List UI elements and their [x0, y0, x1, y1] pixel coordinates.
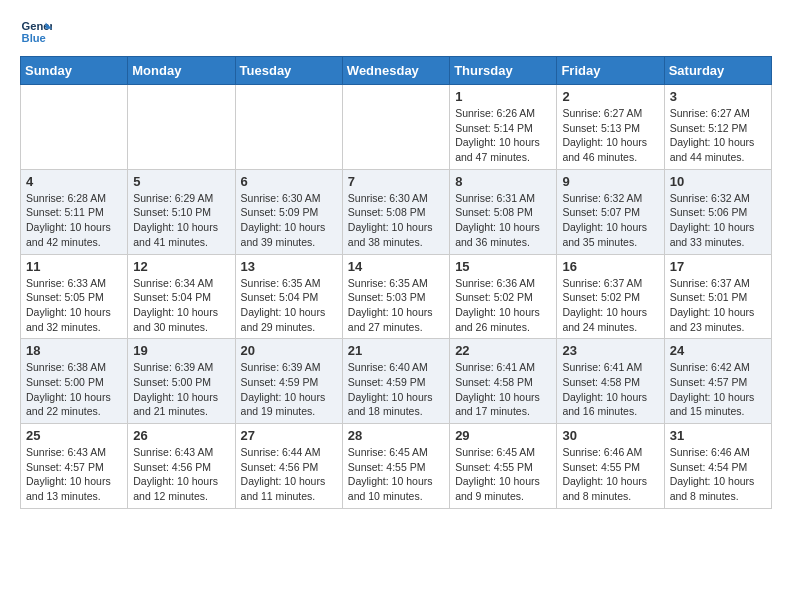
calendar-header-friday: Friday	[557, 57, 664, 85]
calendar-header-saturday: Saturday	[664, 57, 771, 85]
day-number: 25	[26, 428, 122, 443]
calendar-day: 4Sunrise: 6:28 AM Sunset: 5:11 PM Daylig…	[21, 169, 128, 254]
calendar-week-1: 1Sunrise: 6:26 AM Sunset: 5:14 PM Daylig…	[21, 85, 772, 170]
day-number: 7	[348, 174, 444, 189]
calendar-day: 23Sunrise: 6:41 AM Sunset: 4:58 PM Dayli…	[557, 339, 664, 424]
day-number: 3	[670, 89, 766, 104]
day-number: 16	[562, 259, 658, 274]
day-info: Sunrise: 6:37 AM Sunset: 5:01 PM Dayligh…	[670, 276, 766, 335]
day-info: Sunrise: 6:45 AM Sunset: 4:55 PM Dayligh…	[348, 445, 444, 504]
calendar-day	[21, 85, 128, 170]
day-number: 21	[348, 343, 444, 358]
calendar-table: SundayMondayTuesdayWednesdayThursdayFrid…	[20, 56, 772, 509]
calendar-header-wednesday: Wednesday	[342, 57, 449, 85]
calendar-day: 7Sunrise: 6:30 AM Sunset: 5:08 PM Daylig…	[342, 169, 449, 254]
calendar-day: 8Sunrise: 6:31 AM Sunset: 5:08 PM Daylig…	[450, 169, 557, 254]
day-info: Sunrise: 6:38 AM Sunset: 5:00 PM Dayligh…	[26, 360, 122, 419]
day-number: 27	[241, 428, 337, 443]
calendar-day	[342, 85, 449, 170]
calendar-day: 29Sunrise: 6:45 AM Sunset: 4:55 PM Dayli…	[450, 424, 557, 509]
day-info: Sunrise: 6:45 AM Sunset: 4:55 PM Dayligh…	[455, 445, 551, 504]
day-info: Sunrise: 6:28 AM Sunset: 5:11 PM Dayligh…	[26, 191, 122, 250]
day-info: Sunrise: 6:30 AM Sunset: 5:09 PM Dayligh…	[241, 191, 337, 250]
calendar-header-tuesday: Tuesday	[235, 57, 342, 85]
day-number: 24	[670, 343, 766, 358]
svg-text:Blue: Blue	[22, 32, 46, 44]
logo-icon: General Blue	[20, 16, 52, 48]
calendar-header-sunday: Sunday	[21, 57, 128, 85]
calendar-day: 3Sunrise: 6:27 AM Sunset: 5:12 PM Daylig…	[664, 85, 771, 170]
day-info: Sunrise: 6:46 AM Sunset: 4:55 PM Dayligh…	[562, 445, 658, 504]
calendar-day: 31Sunrise: 6:46 AM Sunset: 4:54 PM Dayli…	[664, 424, 771, 509]
day-info: Sunrise: 6:30 AM Sunset: 5:08 PM Dayligh…	[348, 191, 444, 250]
day-number: 28	[348, 428, 444, 443]
logo: General Blue	[20, 16, 52, 48]
calendar-day: 24Sunrise: 6:42 AM Sunset: 4:57 PM Dayli…	[664, 339, 771, 424]
day-info: Sunrise: 6:27 AM Sunset: 5:12 PM Dayligh…	[670, 106, 766, 165]
day-info: Sunrise: 6:29 AM Sunset: 5:10 PM Dayligh…	[133, 191, 229, 250]
day-number: 1	[455, 89, 551, 104]
page-header: General Blue	[20, 16, 772, 48]
calendar-day: 17Sunrise: 6:37 AM Sunset: 5:01 PM Dayli…	[664, 254, 771, 339]
day-info: Sunrise: 6:32 AM Sunset: 5:06 PM Dayligh…	[670, 191, 766, 250]
day-info: Sunrise: 6:46 AM Sunset: 4:54 PM Dayligh…	[670, 445, 766, 504]
day-number: 26	[133, 428, 229, 443]
calendar-day: 25Sunrise: 6:43 AM Sunset: 4:57 PM Dayli…	[21, 424, 128, 509]
day-info: Sunrise: 6:40 AM Sunset: 4:59 PM Dayligh…	[348, 360, 444, 419]
calendar-day: 20Sunrise: 6:39 AM Sunset: 4:59 PM Dayli…	[235, 339, 342, 424]
calendar-day: 19Sunrise: 6:39 AM Sunset: 5:00 PM Dayli…	[128, 339, 235, 424]
calendar-day	[128, 85, 235, 170]
day-number: 8	[455, 174, 551, 189]
calendar-day: 27Sunrise: 6:44 AM Sunset: 4:56 PM Dayli…	[235, 424, 342, 509]
day-info: Sunrise: 6:43 AM Sunset: 4:57 PM Dayligh…	[26, 445, 122, 504]
calendar-header-row: SundayMondayTuesdayWednesdayThursdayFrid…	[21, 57, 772, 85]
day-info: Sunrise: 6:35 AM Sunset: 5:03 PM Dayligh…	[348, 276, 444, 335]
calendar-day: 9Sunrise: 6:32 AM Sunset: 5:07 PM Daylig…	[557, 169, 664, 254]
day-number: 9	[562, 174, 658, 189]
day-info: Sunrise: 6:27 AM Sunset: 5:13 PM Dayligh…	[562, 106, 658, 165]
day-number: 23	[562, 343, 658, 358]
calendar-day: 5Sunrise: 6:29 AM Sunset: 5:10 PM Daylig…	[128, 169, 235, 254]
calendar-day: 11Sunrise: 6:33 AM Sunset: 5:05 PM Dayli…	[21, 254, 128, 339]
calendar-day: 22Sunrise: 6:41 AM Sunset: 4:58 PM Dayli…	[450, 339, 557, 424]
calendar-day: 14Sunrise: 6:35 AM Sunset: 5:03 PM Dayli…	[342, 254, 449, 339]
day-info: Sunrise: 6:39 AM Sunset: 4:59 PM Dayligh…	[241, 360, 337, 419]
day-number: 31	[670, 428, 766, 443]
calendar-week-4: 18Sunrise: 6:38 AM Sunset: 5:00 PM Dayli…	[21, 339, 772, 424]
calendar-week-2: 4Sunrise: 6:28 AM Sunset: 5:11 PM Daylig…	[21, 169, 772, 254]
calendar-day: 28Sunrise: 6:45 AM Sunset: 4:55 PM Dayli…	[342, 424, 449, 509]
day-number: 12	[133, 259, 229, 274]
day-number: 6	[241, 174, 337, 189]
day-number: 13	[241, 259, 337, 274]
calendar-day: 21Sunrise: 6:40 AM Sunset: 4:59 PM Dayli…	[342, 339, 449, 424]
calendar-day: 6Sunrise: 6:30 AM Sunset: 5:09 PM Daylig…	[235, 169, 342, 254]
day-info: Sunrise: 6:44 AM Sunset: 4:56 PM Dayligh…	[241, 445, 337, 504]
day-number: 22	[455, 343, 551, 358]
calendar-day: 12Sunrise: 6:34 AM Sunset: 5:04 PM Dayli…	[128, 254, 235, 339]
day-info: Sunrise: 6:34 AM Sunset: 5:04 PM Dayligh…	[133, 276, 229, 335]
day-number: 15	[455, 259, 551, 274]
calendar-header-thursday: Thursday	[450, 57, 557, 85]
day-number: 18	[26, 343, 122, 358]
calendar-day: 18Sunrise: 6:38 AM Sunset: 5:00 PM Dayli…	[21, 339, 128, 424]
calendar-day: 30Sunrise: 6:46 AM Sunset: 4:55 PM Dayli…	[557, 424, 664, 509]
day-info: Sunrise: 6:31 AM Sunset: 5:08 PM Dayligh…	[455, 191, 551, 250]
day-info: Sunrise: 6:43 AM Sunset: 4:56 PM Dayligh…	[133, 445, 229, 504]
calendar-day: 13Sunrise: 6:35 AM Sunset: 5:04 PM Dayli…	[235, 254, 342, 339]
day-number: 14	[348, 259, 444, 274]
calendar-day: 1Sunrise: 6:26 AM Sunset: 5:14 PM Daylig…	[450, 85, 557, 170]
day-info: Sunrise: 6:35 AM Sunset: 5:04 PM Dayligh…	[241, 276, 337, 335]
day-info: Sunrise: 6:39 AM Sunset: 5:00 PM Dayligh…	[133, 360, 229, 419]
calendar-week-5: 25Sunrise: 6:43 AM Sunset: 4:57 PM Dayli…	[21, 424, 772, 509]
calendar-day: 2Sunrise: 6:27 AM Sunset: 5:13 PM Daylig…	[557, 85, 664, 170]
day-number: 5	[133, 174, 229, 189]
day-number: 19	[133, 343, 229, 358]
calendar-day: 26Sunrise: 6:43 AM Sunset: 4:56 PM Dayli…	[128, 424, 235, 509]
calendar-day: 16Sunrise: 6:37 AM Sunset: 5:02 PM Dayli…	[557, 254, 664, 339]
day-number: 29	[455, 428, 551, 443]
day-info: Sunrise: 6:26 AM Sunset: 5:14 PM Dayligh…	[455, 106, 551, 165]
day-info: Sunrise: 6:33 AM Sunset: 5:05 PM Dayligh…	[26, 276, 122, 335]
day-number: 11	[26, 259, 122, 274]
day-info: Sunrise: 6:32 AM Sunset: 5:07 PM Dayligh…	[562, 191, 658, 250]
day-info: Sunrise: 6:41 AM Sunset: 4:58 PM Dayligh…	[562, 360, 658, 419]
